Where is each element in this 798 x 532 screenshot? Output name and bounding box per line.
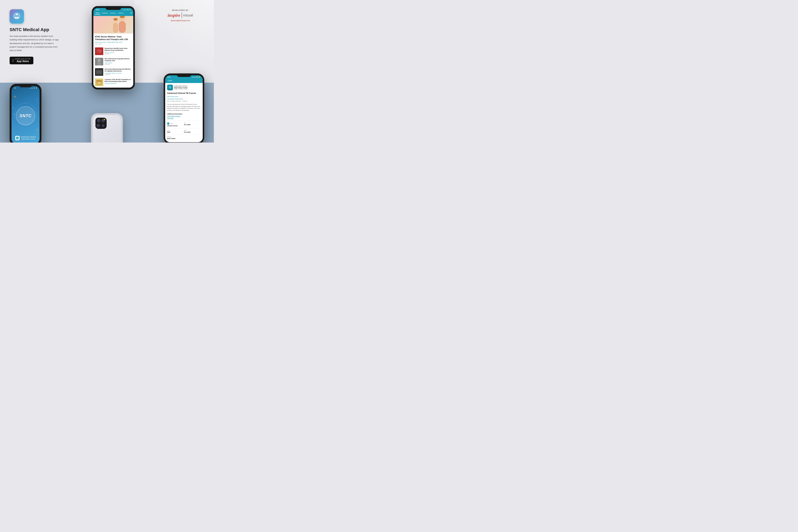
news-item-2[interactable]: New Tuberculosis Drug May Shorten Treatm… <box>93 57 133 67</box>
ce-cell: CE 20 credits <box>184 122 201 127</box>
news-author-2: Juan L. Moliva <box>104 62 132 63</box>
news-title-3: How Immunotherapy May Be Effective for F… <box>104 68 132 72</box>
splash-phone-wrapper: 9:41 ▲▲▲ 5G 🔋 💊 🩺 ✚ 🏥 <box>10 84 41 142</box>
svg-rect-19 <box>96 74 102 75</box>
chevron-icon-3: › <box>132 71 132 73</box>
splash-org-text: Southeastern National Tuberculosis Cente… <box>21 136 36 140</box>
app-store-button-text: Download on the App Store <box>15 58 31 63</box>
speaker-value: Beth Ashkin <box>167 138 201 139</box>
featured-title: NTNC Nurses Webinar: Trials, Tribulation… <box>95 35 132 41</box>
news-content-1: Researchers Identify Faster, More Effect… <box>104 48 132 54</box>
ce-value: 20 credits <box>184 124 201 126</box>
detail-status-right: ▲▲▲ 5G 🔋 <box>191 76 201 78</box>
signal-icon: ▲▲▲ <box>123 9 127 11</box>
course-title: Advanced Clinical TB Course <box>167 92 201 95</box>
news-author-1: Daniel L. Clemens <box>104 52 132 53</box>
org-logo-icon: TB <box>167 84 173 90</box>
svg-rect-18 <box>96 70 102 74</box>
news-hero-image <box>93 16 133 34</box>
detail-phone-screen: 9:41 ▲▲▲ 5G 🔋 ‹ Back <box>165 75 203 142</box>
course-description: This two-day Advanced Clinical Tuberculo… <box>167 103 201 112</box>
status-time: 9:41 <box>96 9 99 11</box>
org-name-block: Southeastern National Tuberculosis Cente… <box>174 85 188 90</box>
back-chevron-icon: ‹ <box>167 79 168 82</box>
apple-logo-icon:  <box>13 59 14 62</box>
back-phone-body <box>93 115 121 142</box>
speaker-label: Speaker <box>167 136 201 137</box>
developed-by-label: DEVELOPED BY <box>156 9 204 11</box>
org-name-line2: Tuberculosis Center <box>21 138 36 140</box>
camera-lens-3 <box>96 124 100 128</box>
speaker-row: Speaker Beth Ashkin <box>167 136 201 139</box>
org-name-part1: Southeastern National <box>174 85 188 87</box>
news-date-3: 12/16/2021 <box>104 74 132 75</box>
nav-courses[interactable]: Courses <box>109 12 116 15</box>
news-phone-frame: 9:41 ▲▲▲ 5G 🔋 News Products Courses <box>92 6 135 90</box>
back-phone-frame <box>91 113 123 142</box>
app-store-button[interactable]:  Download on the App Store <box>10 57 33 64</box>
format-value: Clinical Course <box>167 125 184 127</box>
news-item-3[interactable]: How Immunotherapy May Be Effective for F… <box>93 67 133 77</box>
svg-text:🩹: 🩹 <box>14 113 16 115</box>
svg-point-13 <box>97 51 100 53</box>
camera-lens-4 <box>102 124 105 127</box>
camera-module <box>95 118 107 129</box>
news-list: Researchers Identify Faster, More Effect… <box>93 46 133 88</box>
detail-5g: 5G <box>196 76 198 78</box>
detail-status-time: 9:41 <box>167 76 170 78</box>
status-bar: 9:41 ▲▲▲ 5G 🔋 <box>93 8 133 11</box>
featured-article[interactable]: NTNC Nurses Webinar: Trials, Tribulation… <box>93 34 133 46</box>
detail-content: TB Southeastern National Tuberculosis Ce… <box>165 83 203 142</box>
ce-label: CE <box>184 122 201 124</box>
news-item-1[interactable]: Researchers Identify Faster, More Effect… <box>93 46 133 57</box>
left-panel: SNTC Medical App Our team provided a ful… <box>10 8 70 90</box>
additional-info-label: Additional Information <box>167 113 201 115</box>
format-row: i Format Clinical Course CE 20 credits <box>167 122 201 127</box>
splash-time: 9:41 <box>14 87 16 89</box>
cost-row: Cost $200 CME 24 credits <box>167 130 201 133</box>
splash-screen: 9:41 ▲▲▲ 5G 🔋 💊 🩺 ✚ 🏥 <box>12 86 40 142</box>
signal-type: 5G <box>127 9 129 11</box>
splash-signal: ▲▲▲ <box>30 87 33 89</box>
splash-phone-frame: 9:41 ▲▲▲ 5G 🔋 💊 🩺 ✚ 🏥 <box>10 84 41 142</box>
app-title: SNTC Medical App <box>10 27 70 32</box>
splash-circle: SNTC <box>16 106 35 125</box>
chevron-icon-2: › <box>132 61 132 62</box>
svg-point-9 <box>113 18 118 21</box>
app-navigation: News Products Courses Confere... ☰ <box>93 11 133 16</box>
splash-org-icon: TB <box>15 136 20 140</box>
flyer-link[interactable]: View Flyer <box>167 117 201 119</box>
news-phone-mockup: 9:41 ▲▲▲ 5G 🔋 News Products Courses <box>92 6 135 90</box>
inspire-text: inspire <box>168 13 180 18</box>
logo-divider <box>182 13 182 18</box>
splash-battery: 🔋 <box>36 87 37 89</box>
event-datetime: Dec. 16, 2021 | 8:00 a.m. - 5:00 p.m. <box>167 100 201 102</box>
news-thumb-1 <box>95 48 103 55</box>
nav-menu-icon[interactable]: ☰ <box>130 12 132 14</box>
app-description: Our team provided a full-service solutio… <box>10 35 61 52</box>
cme-label: CME <box>184 130 201 131</box>
website-url[interactable]: www.inspirevisual.com <box>156 19 204 22</box>
news-content-3: How Immunotherapy May Be Effective for F… <box>104 68 132 75</box>
splash-status-bar: 9:41 ▲▲▲ 5G 🔋 <box>12 86 40 89</box>
nav-news[interactable]: News <box>95 11 100 15</box>
news-author-3: Yong Cheng, Jeffery S. Schorey <box>104 73 132 74</box>
flash-led <box>104 119 105 120</box>
lodging-link[interactable]: View Lodging Options <box>167 115 201 117</box>
detail-status-bar: 9:41 ▲▲▲ 5G 🔋 <box>165 75 203 78</box>
back-phone-wrapper <box>91 113 123 142</box>
detail-battery: 🔋 <box>199 76 201 78</box>
org-name-part2: Tuberculosis Center <box>174 87 188 89</box>
battery-icon: 🔋 <box>129 9 131 11</box>
nav-products[interactable]: Products <box>101 12 109 15</box>
featured-authors: Ellen Murray, Ph.D., David Ashkin, MD, F… <box>95 41 132 43</box>
detail-phone-frame: 9:41 ▲▲▲ 5G 🔋 ‹ Back <box>164 73 204 142</box>
splash-status-right: ▲▲▲ 5G 🔋 <box>30 87 37 89</box>
address-line1: 2055 Mowry Road <box>167 96 201 98</box>
svg-rect-8 <box>113 23 118 33</box>
camera-lens-1 <box>97 119 101 123</box>
back-label[interactable]: Back <box>168 80 172 81</box>
splash-bottom: TB Southeastern National Tuberculosis Ce… <box>15 136 36 140</box>
nav-conferences[interactable]: Confere... <box>117 12 126 15</box>
app-icon-symbol <box>13 12 21 21</box>
